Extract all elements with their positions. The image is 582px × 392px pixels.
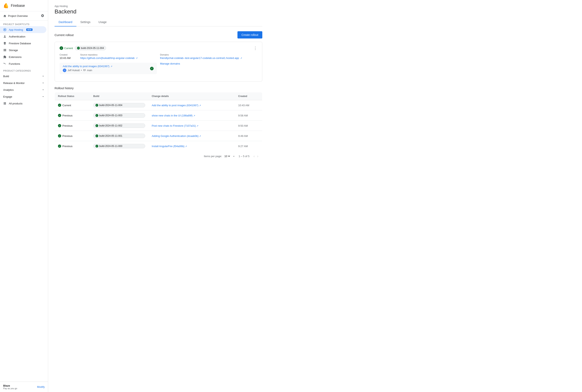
build-cell: ✓ build-2024-05-11-001 <box>90 131 148 141</box>
col-header-created: Created <box>235 92 262 100</box>
pagination: Items per page: 10 1 – 5 of 5 ‹ › <box>55 151 262 161</box>
build-cell: ✓ build-2024-05-11-002 <box>90 121 148 131</box>
created-cell: 10:43 AM <box>235 100 262 110</box>
col-header-status: Rollout Status <box>55 92 90 100</box>
domain-external-icon: ↗ <box>240 57 242 59</box>
avatar: J <box>63 68 66 72</box>
commit-external-icon: ↗ <box>111 65 112 68</box>
row-check-icon: ✓ <box>58 134 61 138</box>
tab-usage[interactable]: Usage <box>95 18 111 26</box>
plan-name: Blaze <box>3 384 17 387</box>
breadcrumb: App Hosting <box>55 5 262 8</box>
dropdown-icon <box>232 155 235 158</box>
sidebar-item-all-products[interactable]: All products <box>0 100 46 107</box>
chevron-down-icon <box>42 74 45 78</box>
row-build-badge: ✓ build-2024-05-11-000 <box>93 144 145 148</box>
status-cell: ✓ Previous <box>55 121 90 131</box>
items-per-page-select[interactable]: 10 <box>224 154 231 158</box>
created-value: 10:43 AM <box>60 56 71 60</box>
created-label: Created <box>60 54 71 56</box>
manage-domains-link[interactable]: Manage domains <box>160 62 180 65</box>
project-overview-row[interactable]: Project Overview <box>0 12 48 21</box>
main-content: App Hosting Backend Dashboard Settings U… <box>48 0 582 392</box>
sidebar-category-analytics[interactable]: Analytics <box>0 86 48 93</box>
current-rollout-card: ✓ Current ✓ build-2024-05-11-004 ⋮ Creat… <box>55 42 262 82</box>
sidebar-category-build[interactable]: Build <box>0 73 48 80</box>
modify-button[interactable]: Modify <box>37 386 45 388</box>
build-badge: ✓ build-2024-05-11-004 <box>75 46 106 50</box>
sidebar-item-storage[interactable]: Storage <box>0 47 46 54</box>
status-cell: ✓ Previous <box>55 110 90 121</box>
change-link[interactable]: Adding Google Authentication (dcaab0b) ↗ <box>152 134 201 138</box>
row-build-check: ✓ <box>96 145 98 148</box>
row-build-id: build-2024-05-11-001 <box>99 134 122 137</box>
prev-page-button[interactable]: ‹ <box>253 153 256 159</box>
firebase-logo-icon <box>3 3 9 8</box>
domains-label: Domains <box>160 54 257 56</box>
sidebar-category-release-monitor[interactable]: Release & Monitor <box>0 80 48 86</box>
table-row: ✓ Current ✓ build-2024-05-11-004 Add the… <box>55 100 262 110</box>
col-header-build: Build <box>90 92 148 100</box>
current-rollout-title: Current rollout <box>55 33 74 37</box>
created-cell: 9:27 AM <box>235 141 262 151</box>
settings-icon-button[interactable] <box>40 14 45 18</box>
change-link[interactable]: Install AngularFire (f04a06b) ↗ <box>152 145 187 148</box>
check-circle-icon: ✓ <box>60 46 63 50</box>
current-rollout-header: Current rollout Create rollout <box>55 31 262 38</box>
build-cell: ✓ build-2024-05-11-003 <box>90 110 148 121</box>
rollout-history-section: Rollout history Rollout Status Build Cha… <box>55 86 262 161</box>
change-link[interactable]: Add the ability to post images (6341067)… <box>152 104 201 107</box>
current-status-badge: ✓ Current <box>60 46 73 50</box>
change-cell: Post new chats to Firestore (7107a31) ↗ <box>148 121 235 131</box>
sidebar-item-firestore[interactable]: Firestore Database <box>0 40 46 47</box>
functions-icon <box>3 62 7 65</box>
sidebar-item-extensions[interactable]: Extensions <box>0 54 46 60</box>
commit-author: J Jeff Huleatt • main <box>63 68 112 72</box>
created-cell: 9:49 AM <box>235 131 262 141</box>
status-cell: ✓ Previous <box>55 131 90 141</box>
row-build-check: ✓ <box>96 134 98 137</box>
gear-icon <box>41 14 44 18</box>
chevron-down-icon <box>42 95 45 98</box>
source-repo-link[interactable]: https://github.com/jhuleatt/tmp-angular-… <box>80 56 135 60</box>
row-status: Previous <box>62 114 73 117</box>
change-link[interactable]: Post new chats to Firestore (7107a31) ↗ <box>152 124 198 127</box>
extensions-icon <box>3 55 7 58</box>
external-link-icon: ↗ <box>136 57 138 59</box>
table-row: ✓ Previous ✓ build-2024-05-11-000 Instal… <box>55 141 262 151</box>
commit-link[interactable]: Add the ability to post images (6341067)… <box>63 65 112 68</box>
row-status: Previous <box>62 134 73 138</box>
next-page-button[interactable]: › <box>256 153 259 159</box>
more-options-button[interactable]: ⋮ <box>253 46 257 50</box>
card-meta: Created 10:43 AM Source repository https… <box>60 54 157 60</box>
tab-settings[interactable]: Settings <box>77 18 95 26</box>
table-header-row: Rollout Status Build Change details Crea… <box>55 92 262 100</box>
row-status: Previous <box>62 124 73 127</box>
row-build-id: build-2024-05-11-000 <box>99 145 122 148</box>
row-build-id: build-2024-05-11-002 <box>99 124 122 127</box>
created-cell: 9:50 AM <box>235 121 262 131</box>
build-cell: ✓ build-2024-05-11-004 <box>90 100 148 110</box>
sidebar-item-functions[interactable]: Functions <box>0 60 46 67</box>
commit-check-icon: ✓ <box>150 67 154 70</box>
rollout-history-title: Rollout history <box>55 86 262 90</box>
sidebar-item-authentication[interactable]: Authentication <box>0 33 46 40</box>
tab-dashboard[interactable]: Dashboard <box>55 18 77 26</box>
create-rollout-button[interactable]: Create rollout <box>237 31 262 38</box>
chevron-down-icon <box>42 88 45 92</box>
app-hosting-icon <box>3 28 7 31</box>
app-name: Firebase <box>11 4 25 8</box>
sidebar-item-app-hosting[interactable]: App Hosting NEW <box>0 26 46 33</box>
page-title: Backend <box>55 8 262 15</box>
product-categories-label: Product categories <box>0 67 48 73</box>
sidebar-category-engage[interactable]: Engage <box>0 93 48 100</box>
authentication-icon <box>3 35 7 38</box>
pagination-nav: ‹ › <box>253 153 259 159</box>
change-cell: show new chats in the UI (198a89f) ↗ <box>148 110 235 121</box>
change-link[interactable]: show new chats in the UI (198a89f) ↗ <box>152 114 195 117</box>
table-row: ✓ Previous ✓ build-2024-05-11-001 Adding… <box>55 131 262 141</box>
row-build-badge: ✓ build-2024-05-11-002 <box>93 124 145 128</box>
row-check-icon: ✓ <box>58 114 61 117</box>
row-build-badge: ✓ build-2024-05-11-004 <box>93 103 145 108</box>
domain-link[interactable]: friendlychat-codelab--test-angular17-cod… <box>160 56 239 60</box>
